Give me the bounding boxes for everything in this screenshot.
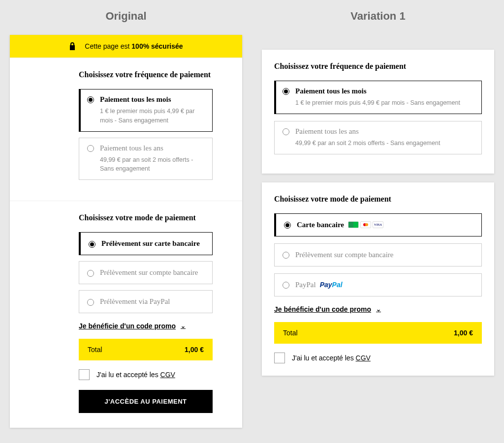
total-bar: Total 1,00 € [79,339,213,360]
total-amount: 1,00 € [454,329,473,337]
promo-code-link[interactable]: Je bénéficie d'un code promo ⌄ [79,322,213,330]
accept-row: J'ai lu et accepté les CGV [79,369,213,380]
option-desc: 49,99 € par an soit 2 mois offerts - San… [295,139,473,148]
radio-icon [87,96,94,103]
radio-icon [284,222,291,229]
option-title: Paiement tous les mois [295,87,473,95]
cb-card-icon [348,221,359,228]
frequency-option-yearly[interactable]: Paiement tous les ans 49,99 € par an soi… [79,138,213,180]
payment-mode-section: Choisissez votre mode de paiement Carte … [262,182,494,376]
frequency-section: Choisissez votre fréquence de paiement P… [262,50,494,174]
radio-icon [87,270,94,277]
radio-icon [283,252,289,259]
radio-icon [283,128,289,135]
accept-prefix: J'ai lu et accepté les [292,354,356,362]
secure-banner-bold: 100% sécurisée [131,42,183,50]
lock-icon [69,42,76,51]
mastercard-icon [360,221,371,228]
option-title: Prélèvement sur carte bancaire [101,239,200,248]
option-title: PayPal [295,281,316,289]
payment-option-bank[interactable]: Prélèvement sur compte bancaire [79,261,213,284]
accept-checkbox[interactable] [79,369,90,380]
accept-prefix: J'ai lu et accepté les [96,371,160,379]
radio-icon [89,241,95,248]
radio-icon [283,282,289,289]
visa-card-icon: VISA [373,221,383,228]
payment-option-card[interactable]: Prélèvement sur carte bancaire [79,232,213,255]
radio-icon [87,299,94,306]
radio-icon [87,145,94,152]
chevron-down-icon: ⌄ [376,306,381,313]
payment-mode-heading: Choisissez votre mode de paiement [274,195,482,204]
frequency-option-yearly[interactable]: Paiement tous les ans 49,99 € par an soi… [274,121,482,154]
total-label: Total [88,346,102,354]
paypal-logo-icon: PayPal [320,281,343,289]
total-amount: 1,00 € [185,346,204,354]
original-title: Original [10,10,242,23]
frequency-option-monthly[interactable]: Paiement tous les mois 1 € le premier mo… [274,81,482,114]
original-column: Original Cette page est 100% sécurisée C… [10,10,242,433]
option-title: Carte bancaire [297,221,344,229]
frequency-section: Choisissez votre fréquence de paiement P… [10,58,242,201]
cgv-link[interactable]: CGV [356,354,371,362]
chevron-down-icon: ⌄ [181,323,186,329]
variation1-title: Variation 1 [262,10,494,23]
option-title: Paiement tous les ans [100,144,204,152]
option-desc: 49,99 € par an soit 2 mois offerts - San… [100,155,204,174]
cgv-link[interactable]: CGV [160,371,175,379]
accept-row: J'ai lu et accepté les CGV [274,353,482,363]
promo-code-link[interactable]: Je bénéficie d'un code promo ⌄ [274,305,482,313]
frequency-heading: Choisissez votre fréquence de paiement [79,70,213,79]
option-title: Paiement tous les ans [295,127,473,136]
option-title: Prélèvement sur compte bancaire [100,268,198,277]
total-label: Total [283,329,298,337]
secure-banner: Cette page est 100% sécurisée [10,35,242,58]
option-title: Prélèvement sur compte bancaire [295,251,394,259]
option-desc: 1 € le premier mois puis 4,99 € par mois… [100,107,204,125]
option-title: Paiement tous les mois [100,95,204,104]
secure-banner-prefix: Cette page est [85,42,131,50]
payment-option-paypal[interactable]: PayPal PayPal [274,273,482,296]
payment-mode-heading: Choisissez votre mode de paiement [79,213,213,222]
payment-option-card[interactable]: Carte bancaire VISA [274,213,482,236]
submit-button[interactable]: J'ACCÈDE AU PAIEMENT [79,390,213,413]
variation1-column: Variation 1 Choisissez votre fréquence d… [262,10,494,433]
accept-checkbox[interactable] [274,353,285,363]
payment-option-paypal[interactable]: Prélèvement via PayPal [79,290,213,313]
card-brand-icons: VISA [348,221,383,228]
frequency-heading: Choisissez votre fréquence de paiement [274,62,482,71]
payment-option-bank[interactable]: Prélèvement sur compte bancaire [274,243,482,266]
payment-mode-section: Choisissez votre mode de paiement Prélèv… [10,201,242,428]
frequency-option-monthly[interactable]: Paiement tous les mois 1 € le premier mo… [79,89,213,132]
option-desc: 1 € le premier mois puis 4,99 € par mois… [295,98,473,108]
total-bar: Total 1,00 € [274,322,482,344]
original-panel: Cette page est 100% sécurisée Choisissez… [10,35,242,428]
radio-icon [283,88,289,95]
option-title: Prélèvement via PayPal [100,297,170,306]
